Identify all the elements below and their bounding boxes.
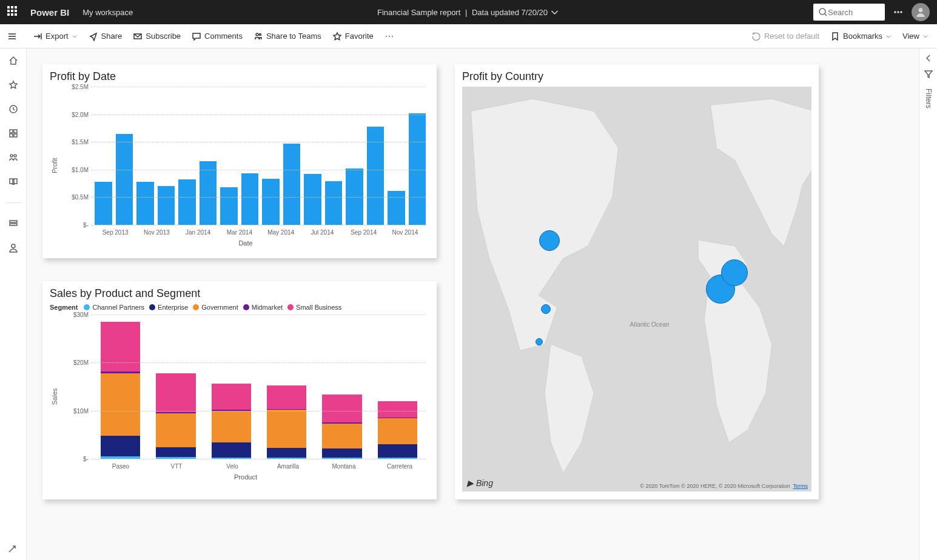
chevron-down-icon bbox=[550, 7, 560, 17]
more-icon[interactable] bbox=[893, 7, 903, 17]
stacked-bar[interactable] bbox=[212, 384, 251, 459]
learn-icon[interactable] bbox=[7, 176, 19, 188]
bar[interactable] bbox=[262, 179, 280, 225]
bar-segment[interactable] bbox=[101, 436, 140, 456]
x-axis-label: Product bbox=[234, 473, 257, 481]
svg-rect-12 bbox=[10, 130, 13, 133]
bar-segment[interactable] bbox=[212, 411, 251, 442]
chevron-down-icon bbox=[885, 33, 892, 39]
export-button[interactable]: Export bbox=[33, 32, 78, 41]
chevron-left-icon[interactable] bbox=[924, 53, 933, 63]
bar[interactable] bbox=[220, 187, 238, 225]
bar[interactable] bbox=[283, 144, 301, 225]
visual-profit-by-date[interactable]: Profit by Date Profit Sep 2013Nov 2013Ja… bbox=[42, 64, 437, 258]
my-workspace-icon[interactable] bbox=[7, 242, 19, 254]
recent-icon[interactable] bbox=[7, 103, 19, 115]
bar[interactable] bbox=[136, 182, 154, 225]
favorite-button[interactable]: Favorite bbox=[332, 32, 374, 41]
bar-segment[interactable] bbox=[156, 413, 195, 447]
bar-segment[interactable] bbox=[101, 322, 140, 372]
subscribe-button[interactable]: Subscribe bbox=[133, 32, 181, 41]
stacked-bar[interactable] bbox=[156, 373, 195, 459]
reset-default-button[interactable]: Reset to default bbox=[751, 32, 819, 41]
bar-segment[interactable] bbox=[267, 410, 306, 448]
export-icon bbox=[33, 32, 42, 41]
share-button[interactable]: Share bbox=[89, 32, 123, 41]
map-area[interactable]: Atlantic Ocean ▶ Bing © 2020 TomTom © 20… bbox=[462, 87, 811, 492]
visual-profit-by-country[interactable]: Profit by Country Atlantic Ocean ▶ Bing … bbox=[455, 64, 819, 499]
legend-item[interactable]: Government bbox=[193, 304, 238, 311]
bar[interactable] bbox=[178, 179, 196, 225]
bar[interactable] bbox=[95, 182, 112, 225]
chart-plot-area: PaseoVTTVeloAmarillaMontanaCarretera Pro… bbox=[62, 315, 429, 478]
bar-segment[interactable] bbox=[322, 395, 361, 422]
bar-segment[interactable] bbox=[156, 447, 195, 457]
legend-item[interactable]: Channel Partners bbox=[84, 304, 144, 311]
more-options-button[interactable] bbox=[385, 32, 394, 41]
world-map-shape bbox=[462, 87, 811, 492]
home-icon[interactable] bbox=[7, 55, 19, 67]
share-teams-button[interactable]: Share to Teams bbox=[254, 32, 321, 41]
svg-point-3 bbox=[901, 12, 902, 13]
bookmarks-button[interactable]: Bookmarks bbox=[830, 32, 892, 41]
legend-item[interactable]: Small Business bbox=[287, 304, 341, 311]
bar-segment[interactable] bbox=[322, 424, 361, 448]
map-bubble-mexico[interactable] bbox=[536, 338, 543, 345]
feedback-icon[interactable] bbox=[7, 544, 17, 554]
legend-item[interactable]: Midmarket bbox=[243, 304, 283, 311]
bar[interactable] bbox=[304, 174, 321, 225]
bar[interactable] bbox=[116, 134, 133, 225]
search-box[interactable] bbox=[813, 4, 885, 21]
stacked-bar[interactable] bbox=[267, 385, 306, 459]
favorites-icon[interactable] bbox=[7, 79, 19, 91]
bar-segment[interactable] bbox=[378, 401, 417, 418]
bar-segment[interactable] bbox=[378, 444, 417, 458]
bar-segment[interactable] bbox=[267, 385, 306, 409]
bar-segment[interactable] bbox=[212, 442, 251, 457]
report-title-dropdown[interactable]: Financial Sample report | Data updated 7… bbox=[377, 7, 560, 17]
workspaces-icon[interactable] bbox=[7, 218, 19, 230]
visual-sales-by-product-segment[interactable]: Sales by Product and Segment Segment Cha… bbox=[42, 281, 437, 499]
app-launcher-icon[interactable] bbox=[7, 6, 19, 18]
svg-rect-15 bbox=[14, 134, 17, 137]
shared-icon[interactable] bbox=[7, 152, 19, 164]
bar[interactable] bbox=[158, 186, 175, 225]
x-tick: Sep 2014 bbox=[343, 229, 385, 236]
bar[interactable] bbox=[367, 127, 385, 225]
bar[interactable] bbox=[200, 161, 217, 225]
left-nav-rail bbox=[0, 48, 27, 560]
bar[interactable] bbox=[388, 191, 405, 225]
top-header: Power BI My workspace Financial Sample r… bbox=[0, 0, 937, 24]
x-tick: May 2014 bbox=[260, 229, 301, 236]
view-button[interactable]: View bbox=[902, 32, 929, 41]
map-bubble-usa[interactable] bbox=[541, 304, 551, 314]
bar-segment[interactable] bbox=[267, 448, 306, 458]
avatar[interactable] bbox=[912, 3, 930, 21]
bar-segment[interactable] bbox=[322, 448, 361, 458]
mail-icon bbox=[133, 32, 143, 41]
filters-tab[interactable]: Filters bbox=[924, 88, 933, 108]
map-bubble-germany[interactable] bbox=[721, 259, 748, 286]
bar-segment[interactable] bbox=[378, 418, 417, 444]
stacked-bar[interactable] bbox=[101, 322, 140, 459]
stacked-bar[interactable] bbox=[322, 395, 361, 459]
apps-icon[interactable] bbox=[7, 127, 19, 139]
bar-segment[interactable] bbox=[156, 373, 195, 412]
bar-segment[interactable] bbox=[212, 384, 251, 410]
report-title: Financial Sample report bbox=[377, 8, 460, 17]
filter-icon[interactable] bbox=[924, 69, 933, 79]
stacked-bar[interactable] bbox=[378, 401, 417, 459]
terms-link[interactable]: Terms bbox=[793, 483, 808, 489]
svg-point-16 bbox=[10, 155, 13, 157]
nav-toggle-icon[interactable] bbox=[7, 32, 17, 41]
map-bubble-canada[interactable] bbox=[539, 230, 560, 251]
bar[interactable] bbox=[325, 181, 343, 225]
comments-button[interactable]: Comments bbox=[192, 32, 243, 41]
bar[interactable] bbox=[241, 173, 259, 225]
search-input[interactable] bbox=[828, 8, 876, 17]
legend-label: Small Business bbox=[296, 304, 341, 311]
bar-segment[interactable] bbox=[101, 373, 140, 436]
legend-label: Midmarket bbox=[252, 304, 283, 311]
workspace-link[interactable]: My workspace bbox=[82, 8, 133, 17]
legend-item[interactable]: Enterprise bbox=[149, 304, 188, 311]
